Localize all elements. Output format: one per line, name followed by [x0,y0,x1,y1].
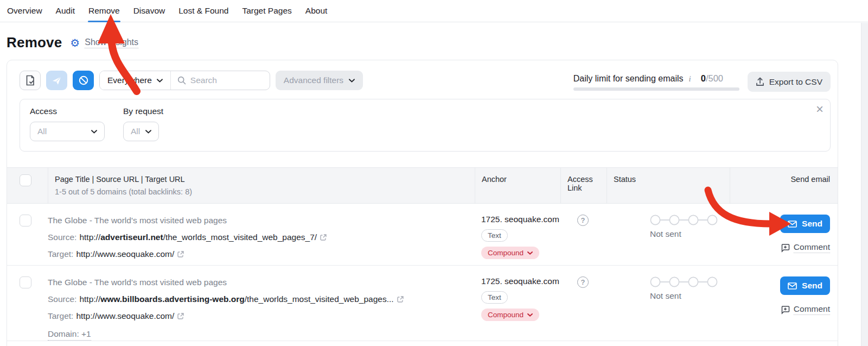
tab-bar: Overview Audit Remove Disavow Lost & Fou… [0,0,868,22]
page-title-text: The Globe - The world's most visited web… [48,276,475,288]
status-stepper [650,215,730,225]
status-text: Not sent [650,291,730,301]
document-check-icon [25,75,35,86]
daily-limit-label: Daily limit for sending emails [573,74,684,84]
anchor-type-badge: Text [481,229,508,242]
comment-button[interactable]: Comment [781,242,830,253]
chevron-down-icon [527,251,533,255]
external-link-icon[interactable] [177,312,184,320]
by-request-filter-dropdown[interactable]: All [123,122,159,141]
tab-disavow[interactable]: Disavow [133,0,166,22]
page-header: Remove ⚙ Show insights [0,22,868,51]
block-icon [78,75,89,86]
help-icon[interactable]: ? [577,276,589,288]
source-label: Source: [48,293,76,305]
envelope-icon [788,282,797,290]
tab-audit[interactable]: Audit [55,0,75,22]
help-icon[interactable]: ? [577,215,589,226]
vertical-scrollbar[interactable] [861,23,868,346]
external-link-icon[interactable] [177,250,184,258]
paper-plane-icon [52,76,62,86]
comment-icon [781,305,790,314]
daily-limit-progressbar [573,87,739,91]
table-count-subtitle: 1-5 out of 5 domains (total backlinks: 8… [55,187,468,196]
target-label: Target: [48,248,73,260]
external-link-icon[interactable] [397,295,404,303]
tab-target-pages[interactable]: Target Pages [241,0,292,22]
advanced-filters-label: Advanced filters [284,76,343,85]
advanced-filters-button[interactable]: Advanced filters [276,71,363,90]
column-send-email[interactable]: Send email [730,168,838,203]
source-url[interactable]: http://www.billboards.advertising-web.or… [79,293,393,305]
search-group: Everywhere [99,71,270,90]
status-text: Not sent [650,229,730,239]
by-request-filter-value: All [131,127,140,136]
block-button[interactable] [73,71,94,90]
chevron-down-icon [157,79,163,83]
access-filter-label: Access [30,106,105,116]
page-title: Remove [7,34,62,51]
target-url[interactable]: http://www.seoquake.com/ [76,248,174,260]
paper-plane-button[interactable] [46,71,67,90]
comment-button[interactable]: Comment [781,304,830,315]
row-checkbox[interactable] [20,276,31,288]
anchor-text: 1725. seoquake.com [481,215,560,224]
chevron-down-icon [527,313,533,317]
source-url[interactable]: http://advertiseurl.net/the_worlds_most_… [79,231,317,243]
column-status[interactable]: Status [607,168,730,203]
chevron-down-icon [91,130,97,134]
row-checkbox[interactable] [20,215,31,227]
search-input[interactable] [190,76,261,85]
send-button[interactable]: Send [780,215,830,233]
external-link-icon[interactable] [320,234,327,241]
daily-limit-used: 0 [701,73,706,83]
chevron-down-icon [145,130,151,134]
export-csv-button[interactable]: Export to CSV [748,72,831,92]
comment-icon [781,243,790,253]
envelope-icon [788,221,797,228]
send-button[interactable]: Send [780,276,830,295]
column-anchor[interactable]: Anchor [475,168,560,203]
remove-panel: Everywhere Advanced filters [7,60,838,346]
toolbar: Everywhere Advanced filters [7,60,838,97]
tab-remove[interactable]: Remove [88,0,120,22]
by-request-filter-label: By request [123,106,163,116]
gear-icon[interactable]: ⚙ [70,37,80,48]
column-page-title[interactable]: Page Title | Source URL | Target URL [55,175,468,184]
upload-icon [756,77,764,86]
access-filter-dropdown[interactable]: All [30,122,105,141]
status-stepper [650,276,730,287]
tab-about[interactable]: About [305,0,328,22]
tab-lost-and-found[interactable]: Lost & Found [178,0,229,22]
domain-more-link[interactable]: Domain: +1 [48,328,91,341]
export-csv-label: Export to CSV [769,77,822,87]
daily-limit-total: /500 [706,73,723,83]
filter-panel: × Access All By request All [20,99,831,152]
compound-badge[interactable]: Compound [481,247,539,259]
tab-overview[interactable]: Overview [7,0,43,22]
anchor-text: 1725. seoquake.com [481,276,560,286]
scope-value: Everywhere [107,76,152,85]
source-label: Source: [48,231,76,243]
anchor-type-badge: Text [481,291,508,304]
chevron-down-icon [349,79,355,83]
show-insights-link[interactable]: Show insights [85,37,138,48]
close-icon[interactable]: × [816,103,824,116]
target-url[interactable]: http://www.seoquake.com/ [76,310,174,322]
table-row: The Globe - The world's most visited web… [7,204,838,266]
access-filter-value: All [37,127,47,136]
page-title-text: The Globe - The world's most visited web… [48,215,475,227]
select-all-checkbox[interactable] [20,174,31,186]
column-access-link[interactable]: Access Link [560,168,607,203]
daily-limit: Daily limit for sending emails i 0/500 [573,73,739,91]
scope-dropdown[interactable]: Everywhere [100,71,171,90]
document-check-button[interactable] [20,71,41,90]
compound-badge[interactable]: Compound [481,309,539,321]
search-icon [177,76,186,85]
info-icon[interactable]: i [689,74,691,84]
target-label: Target: [48,310,73,322]
table-row: The Globe - The world's most visited web… [7,266,838,341]
table-header: Page Title | Source URL | Target URL 1-5… [7,167,838,204]
